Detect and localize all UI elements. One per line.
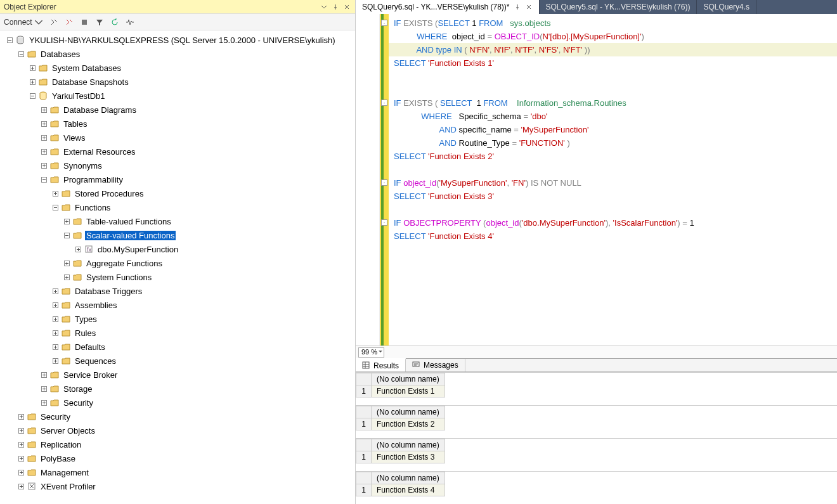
cell-value[interactable]: Function Exists 1 [372,385,445,397]
tree-node[interactable]: Sequences [0,354,355,368]
table-row[interactable]: 1Function Exists 2 [356,418,445,430]
expand-icon[interactable] [16,412,25,421]
tree-node[interactable]: Stored Procedures [0,186,355,200]
connect-button[interactable]: Connect [4,17,44,27]
close-icon[interactable] [342,3,351,11]
expand-icon[interactable] [51,356,60,365]
document-tab[interactable]: SQLQuery5.sql - YK...VERSE\ykulish (76)) [540,0,697,14]
expand-icon[interactable] [51,342,60,351]
expand-icon[interactable] [39,370,48,379]
tree-node[interactable]: Security [0,396,355,410]
expand-icon[interactable] [62,273,71,281]
collapse-icon[interactable] [51,203,60,212]
tree-node[interactable]: System Functions [0,270,355,284]
expand-icon[interactable] [28,63,37,72]
zoom-select[interactable]: 99 % [358,347,384,358]
results-pane[interactable]: (No column name)1Function Exists 1(No co… [356,372,837,504]
tree-node[interactable]: Programmability [0,172,355,186]
tree-node[interactable]: Defaults [0,340,355,354]
expand-icon[interactable] [16,440,25,449]
expand-icon[interactable] [28,77,37,86]
table-row[interactable]: 1Function Exists 4 [356,484,445,496]
tree-node[interactable]: Tables [0,117,355,131]
fold-icon[interactable]: - [381,20,387,26]
expand-icon[interactable] [39,147,48,156]
column-header[interactable]: (No column name) [372,439,445,451]
expand-icon[interactable] [62,259,71,268]
tree-node[interactable]: PolyBase [0,451,355,465]
tree-node[interactable]: Types [0,312,355,326]
expand-icon[interactable] [39,133,48,142]
cell-value[interactable]: Function Exists 2 [372,418,445,430]
tree-node[interactable]: Views [0,131,355,145]
tree-node[interactable]: fxdbo.MySuperFunction [0,242,355,256]
tab-results[interactable]: Results [356,358,406,372]
fold-icon[interactable]: - [381,179,387,186]
document-tab[interactable]: SQLQuery6.sql - YK...VERSE\ykulish (78))… [356,0,540,14]
tree-node[interactable]: Replication [0,437,355,451]
expand-icon[interactable] [51,287,60,295]
document-tab[interactable]: SQLQuery4.s [697,0,756,14]
tree-node[interactable]: Server Objects [0,423,355,437]
editor-code[interactable]: IF EXISTS (SELECT 1 FROM sys.objects WHE… [389,14,837,346]
expand-icon[interactable] [16,468,25,477]
stop-icon[interactable] [79,17,89,27]
expand-icon[interactable] [51,189,60,198]
tree-node[interactable]: Storage [0,382,355,396]
column-header[interactable]: (No column name) [372,373,445,385]
fold-icon[interactable]: - [381,219,387,226]
tree-node[interactable]: Database Diagrams [0,103,355,117]
tree-node[interactable]: Assemblies [0,298,355,312]
collapse-icon[interactable] [39,175,48,184]
collapse-icon[interactable] [62,231,71,240]
expand-icon[interactable] [39,384,48,393]
tree-node[interactable]: Databases [0,47,355,61]
tree-node[interactable]: Synonyms [0,158,355,172]
tree-node[interactable]: YKULISH-NB\YARKULSQLEXPRESS (SQL Server … [0,33,355,47]
cell-value[interactable]: Function Exists 4 [372,484,445,496]
pin-icon[interactable] [331,3,340,11]
expand-icon[interactable] [16,426,25,435]
collapse-icon[interactable] [16,49,25,58]
object-explorer-tree[interactable]: YKULISH-NB\YARKULSQLEXPRESS (SQL Server … [0,30,355,504]
sql-editor[interactable]: IF EXISTS (SELECT 1 FROM sys.objects WHE… [356,14,837,346]
expand-icon[interactable] [39,105,48,114]
expand-icon[interactable] [51,314,60,323]
tree-node[interactable]: System Databases [0,61,355,75]
collapse-icon[interactable] [28,91,37,100]
collapse-icon[interactable] [5,36,14,44]
tree-node[interactable]: External Resources [0,145,355,158]
expand-icon[interactable] [16,482,25,491]
tree-node[interactable]: Aggregate Functions [0,256,355,270]
dropdown-icon[interactable] [320,3,328,11]
expand-icon[interactable] [39,161,48,170]
tree-node[interactable]: Management [0,465,355,479]
expand-icon[interactable] [39,398,48,407]
column-header[interactable]: (No column name) [372,472,445,484]
disconnect-icon[interactable] [64,17,74,27]
table-row[interactable]: 1Function Exists 1 [356,385,445,397]
tree-node[interactable]: Service Broker [0,368,355,382]
pin-icon[interactable] [514,3,521,11]
expand-icon[interactable] [16,454,25,463]
activity-icon[interactable] [125,17,135,27]
fold-icon[interactable]: - [381,100,387,106]
tab-messages[interactable]: Messages [406,359,465,372]
cell-value[interactable]: Function Exists 3 [372,451,445,463]
filter-icon[interactable] [94,17,105,27]
tree-node[interactable]: Database Triggers [0,284,355,298]
expand-icon[interactable] [51,300,60,309]
tree-node[interactable]: Rules [0,326,355,340]
tree-node[interactable]: Functions [0,200,355,214]
tree-node[interactable]: Database Snapshots [0,75,355,89]
expand-icon[interactable] [39,119,48,128]
table-row[interactable]: 1Function Exists 3 [356,451,445,463]
tree-node[interactable]: Scalar-valued Functions [0,228,355,242]
expand-icon[interactable] [62,217,71,226]
tree-node[interactable]: Table-valued Functions [0,214,355,228]
close-icon[interactable] [525,3,533,11]
tree-node[interactable]: Security [0,410,355,423]
tree-node[interactable]: XEvent Profiler [0,479,355,493]
column-header[interactable]: (No column name) [372,406,445,418]
refresh-icon[interactable] [110,17,120,27]
